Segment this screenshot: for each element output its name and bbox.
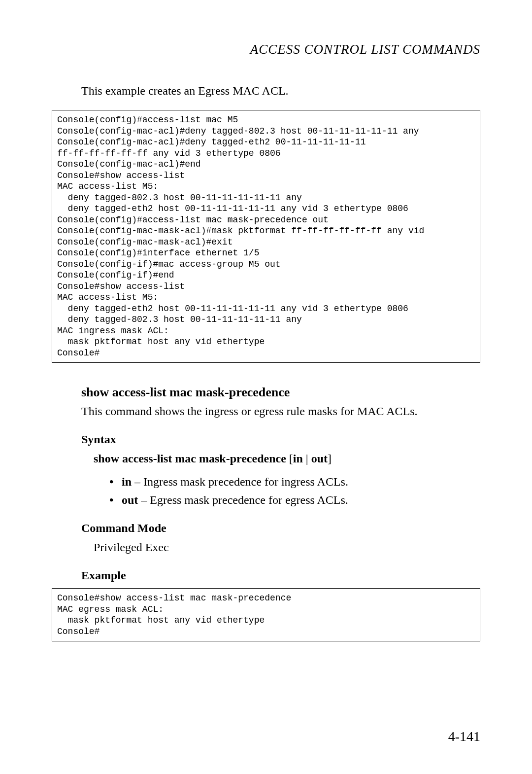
example-label: Example (81, 569, 480, 582)
syntax-in: in (293, 452, 303, 465)
page-number: 4-141 (448, 729, 480, 744)
bullet-rest: – Egress mask precedence for egress ACLs… (138, 493, 348, 506)
bullet-item: in – Ingress mask precedence for ingress… (109, 475, 480, 489)
syntax-bold: show access-list mac mask-precedence (94, 452, 286, 465)
command-mode-value: Privileged Exec (94, 541, 480, 554)
code-block-2: Console#show access-list mac mask-preced… (52, 588, 480, 641)
bullet-bold: in (122, 475, 132, 488)
page-header-title: ACCESS CONTROL LIST COMMANDS (52, 42, 480, 57)
command-mode-label: Command Mode (81, 522, 480, 535)
syntax-bracket-close: ] (328, 452, 332, 465)
syntax-pipe: | (303, 452, 311, 465)
code-block-1: Console(config)#access-list mac M5 Conso… (52, 110, 480, 363)
bullet-rest: – Ingress mask precedence for ingress AC… (132, 475, 348, 488)
section-heading: show access-list mac mask-precedence (81, 385, 480, 400)
bullet-bold: out (122, 493, 138, 506)
syntax-bracket-open: [ (286, 452, 293, 465)
syntax-command: show access-list mac mask-precedence [in… (94, 452, 480, 465)
syntax-out: out (311, 452, 328, 465)
syntax-label: Syntax (81, 433, 480, 446)
section-description: This command shows the ingress or egress… (81, 405, 480, 418)
intro-text: This example creates an Egress MAC ACL. (81, 84, 480, 98)
bullet-item: out – Egress mask precedence for egress … (109, 493, 480, 507)
bullet-list: in – Ingress mask precedence for ingress… (109, 475, 480, 507)
